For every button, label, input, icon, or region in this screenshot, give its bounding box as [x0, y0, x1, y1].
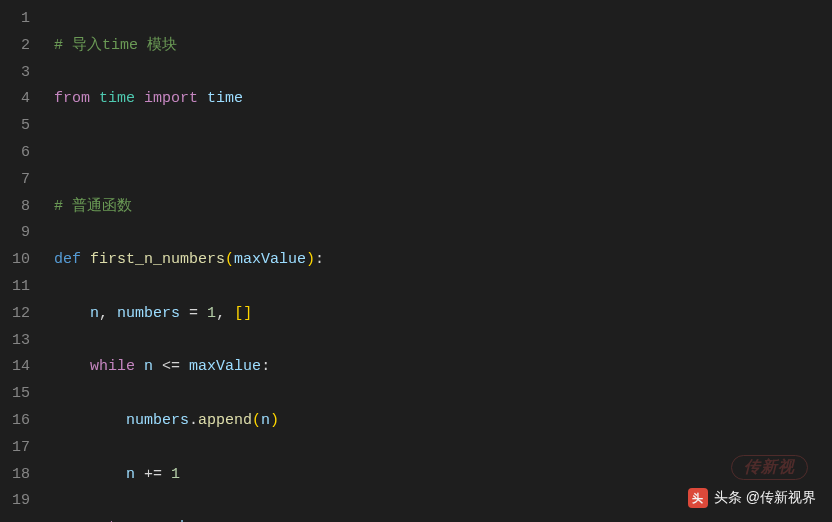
code-line[interactable]: numbers.append(n)	[54, 408, 603, 435]
line-number: 16	[10, 408, 30, 435]
line-number: 15	[10, 381, 30, 408]
comment: # 导入time 模块	[54, 37, 177, 54]
name: time	[207, 90, 243, 107]
code-line[interactable]: return numbers	[54, 515, 603, 522]
line-number: 11	[10, 274, 30, 301]
param: maxValue	[234, 251, 306, 268]
func-name: first_n_numbers	[90, 251, 225, 268]
line-number-gutter: 1 2 3 4 5 6 7 8 9 10 11 12 13 14 15 16 1…	[0, 0, 46, 522]
code-line[interactable]: n += 1	[54, 462, 603, 489]
line-number: 10	[10, 247, 30, 274]
number: 1	[207, 305, 216, 322]
var: n	[90, 305, 99, 322]
line-number: 1	[10, 6, 30, 33]
line-number: 12	[10, 301, 30, 328]
line-number: 7	[10, 167, 30, 194]
number: 1	[171, 466, 180, 483]
line-number: 19	[10, 488, 30, 515]
code-line[interactable]: while n <= maxValue:	[54, 354, 603, 381]
line-number: 4	[10, 86, 30, 113]
line-number: 13	[10, 328, 30, 355]
code-line[interactable]: def first_n_numbers(maxValue):	[54, 247, 603, 274]
method: append	[198, 412, 252, 429]
code-content[interactable]: # 导入time 模块 from time import time # 普通函数…	[46, 0, 603, 522]
code-line[interactable]: # 普通函数	[54, 194, 603, 221]
kw-from: from	[54, 90, 90, 107]
line-number: 3	[10, 60, 30, 87]
var: numbers	[126, 412, 189, 429]
brand-badge-icon: 头	[688, 488, 708, 508]
code-line[interactable]: from time import time	[54, 86, 603, 113]
kw-def: def	[54, 251, 81, 268]
arg: n	[261, 412, 270, 429]
code-line[interactable]: n, numbers = 1, []	[54, 301, 603, 328]
line-number: 14	[10, 354, 30, 381]
var: numbers	[117, 305, 180, 322]
comment: # 普通函数	[54, 198, 132, 215]
line-number: 2	[10, 33, 30, 60]
code-line[interactable]	[54, 140, 603, 167]
var: maxValue	[189, 358, 261, 375]
line-number: 6	[10, 140, 30, 167]
var: n	[126, 466, 135, 483]
module: time	[99, 90, 135, 107]
line-number: 5	[10, 113, 30, 140]
line-number: 9	[10, 220, 30, 247]
watermark-pill: 传新视	[731, 455, 808, 480]
line-number: 8	[10, 194, 30, 221]
code-line[interactable]: # 导入time 模块	[54, 33, 603, 60]
kw-while: while	[90, 358, 135, 375]
line-number: 18	[10, 462, 30, 489]
kw-import: import	[144, 90, 198, 107]
line-number: 17	[10, 435, 30, 462]
brand-text: 头条 @传新视界	[714, 489, 816, 507]
var: n	[144, 358, 153, 375]
code-editor: 1 2 3 4 5 6 7 8 9 10 11 12 13 14 15 16 1…	[0, 0, 832, 522]
watermark-brand: 头 头条 @传新视界	[688, 488, 816, 508]
